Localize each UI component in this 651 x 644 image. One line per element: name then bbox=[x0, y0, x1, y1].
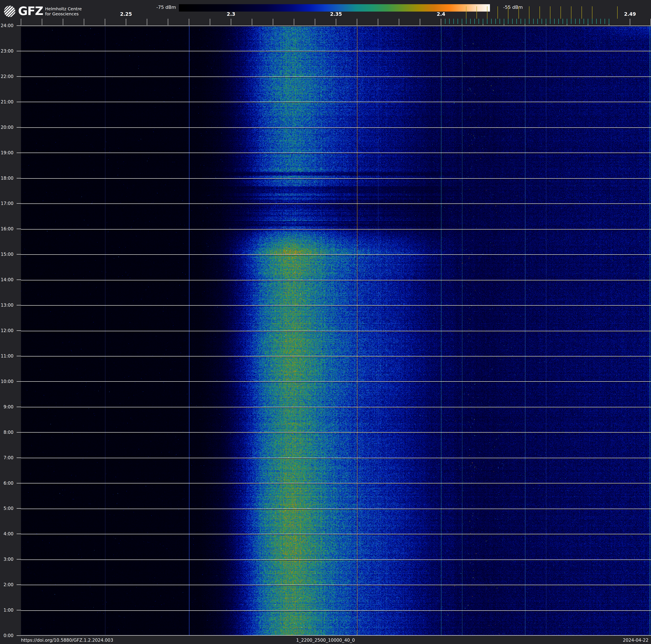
time-tick-dash bbox=[17, 585, 21, 585]
freq-minor-tick bbox=[441, 19, 441, 25]
ble-channel-tick bbox=[454, 19, 454, 24]
ble-channel-tick bbox=[592, 19, 592, 24]
time-tick-dash bbox=[17, 381, 21, 382]
freq-minor-tick bbox=[336, 19, 336, 25]
time-tick-label: 6:00 bbox=[0, 480, 13, 486]
time-tick-dash bbox=[17, 25, 21, 26]
time-tick-dash bbox=[17, 203, 21, 204]
ble-channel-tick bbox=[487, 19, 488, 24]
time-tick-label: 10:00 bbox=[0, 379, 13, 384]
footer-bar: https://doi.org/10.5880/GFZ.1.2.2024.003… bbox=[0, 636, 651, 644]
time-tick-label: 4:00 bbox=[0, 531, 13, 536]
freq-minor-tick bbox=[210, 19, 210, 25]
ble-channel-tick bbox=[500, 19, 500, 24]
time-tick-label: 17:00 bbox=[0, 201, 13, 206]
time-tick-dash bbox=[17, 356, 21, 356]
ble-channel-tick bbox=[521, 19, 521, 24]
frequency-axis: 2.252.32.352.42.49 bbox=[0, 0, 651, 26]
ble-channel-tick bbox=[584, 19, 584, 24]
freq-minor-tick bbox=[231, 19, 231, 25]
wifi-channel-tick bbox=[617, 6, 618, 19]
time-tick-label: 23:00 bbox=[0, 48, 13, 54]
wifi-channel-tick bbox=[571, 6, 571, 19]
time-tick-dash bbox=[17, 51, 21, 51]
wifi-channel-tick bbox=[539, 6, 540, 19]
time-tick-dash bbox=[17, 610, 21, 610]
time-tick-label: 19:00 bbox=[0, 150, 13, 155]
ble-channel-tick bbox=[588, 19, 588, 24]
time-tick-dash bbox=[17, 127, 21, 127]
time-tick-label: 7:00 bbox=[0, 455, 13, 461]
ble-channel-tick bbox=[571, 19, 571, 24]
time-tick-dash bbox=[17, 102, 21, 102]
ble-channel-tick bbox=[558, 19, 559, 24]
ble-channel-tick bbox=[529, 19, 529, 24]
time-tick-label: 18:00 bbox=[0, 176, 13, 181]
time-tick-label: 20:00 bbox=[0, 125, 13, 130]
freq-minor-tick bbox=[105, 19, 105, 25]
freq-minor-tick bbox=[189, 19, 189, 25]
time-tick-label: 9:00 bbox=[0, 404, 13, 410]
time-tick-dash bbox=[17, 635, 21, 636]
ble-channel-tick bbox=[600, 19, 601, 24]
dataset-id: 1_2200_2500_10000_40_0 bbox=[0, 636, 651, 644]
wifi-channel-tick bbox=[497, 6, 498, 19]
time-tick-label: 16:00 bbox=[0, 226, 13, 232]
time-tick-dash bbox=[17, 483, 21, 484]
freq-minor-tick bbox=[399, 19, 399, 25]
ble-channel-tick bbox=[604, 19, 605, 24]
freq-minor-tick bbox=[630, 19, 630, 25]
wifi-channel-tick bbox=[508, 6, 508, 19]
wifi-channel-tick bbox=[560, 6, 561, 19]
freq-minor-tick bbox=[84, 19, 84, 25]
time-tick-label: 22:00 bbox=[0, 74, 13, 79]
ble-channel-tick bbox=[546, 19, 546, 24]
ble-channel-tick bbox=[512, 19, 513, 24]
ble-channel-tick bbox=[483, 19, 483, 24]
time-tick-label: 3:00 bbox=[0, 557, 13, 562]
time-tick-label: 24:00 bbox=[0, 23, 13, 28]
ble-channel-tick bbox=[567, 19, 567, 24]
wifi-channel-tick bbox=[519, 6, 519, 19]
time-tick-dash bbox=[17, 229, 21, 229]
ble-channel-tick bbox=[550, 19, 550, 24]
time-tick-dash bbox=[17, 534, 21, 534]
time-tick-dash bbox=[17, 432, 21, 433]
time-tick-label: 15:00 bbox=[0, 252, 13, 257]
time-tick-dash bbox=[17, 280, 21, 280]
ble-channel-tick bbox=[508, 19, 508, 24]
wifi-channel-tick bbox=[550, 6, 550, 19]
ble-channel-tick bbox=[533, 19, 534, 24]
time-tick-label: 0:00 bbox=[0, 633, 13, 638]
time-tick-label: 5:00 bbox=[0, 506, 13, 511]
freq-minor-tick bbox=[63, 19, 63, 25]
freq-minor-tick bbox=[42, 19, 42, 25]
ble-channel-tick bbox=[579, 19, 580, 24]
freq-tick-label: 2.25 bbox=[117, 11, 135, 17]
ble-channel-tick bbox=[517, 19, 517, 24]
time-tick-label: 13:00 bbox=[0, 302, 13, 308]
time-tick-label: 14:00 bbox=[0, 277, 13, 283]
ble-channel-tick bbox=[449, 19, 450, 24]
time-tick-label: 8:00 bbox=[0, 430, 13, 435]
freq-tick-label: 2.35 bbox=[327, 11, 345, 17]
time-tick-dash bbox=[17, 305, 21, 305]
ble-channel-tick bbox=[525, 19, 525, 24]
freq-minor-tick bbox=[378, 19, 378, 25]
ble-channel-tick bbox=[470, 19, 471, 24]
ble-channel-tick bbox=[563, 19, 563, 24]
freq-minor-tick bbox=[273, 19, 273, 25]
freq-tick-label: 2.3 bbox=[222, 11, 241, 17]
time-tick-dash bbox=[17, 458, 21, 458]
freq-minor-tick bbox=[126, 19, 126, 25]
time-tick-label: 11:00 bbox=[0, 353, 13, 359]
freq-tick-label: 2.4 bbox=[432, 11, 451, 17]
ble-channel-tick bbox=[466, 19, 466, 24]
ble-channel-tick bbox=[596, 19, 597, 24]
date-label: 2024-04-22 bbox=[623, 636, 649, 644]
ble-channel-tick bbox=[474, 19, 475, 24]
time-tick-dash bbox=[17, 559, 21, 559]
ble-channel-tick bbox=[609, 19, 609, 24]
ble-channel-tick bbox=[575, 19, 576, 24]
time-tick-dash bbox=[17, 407, 21, 407]
